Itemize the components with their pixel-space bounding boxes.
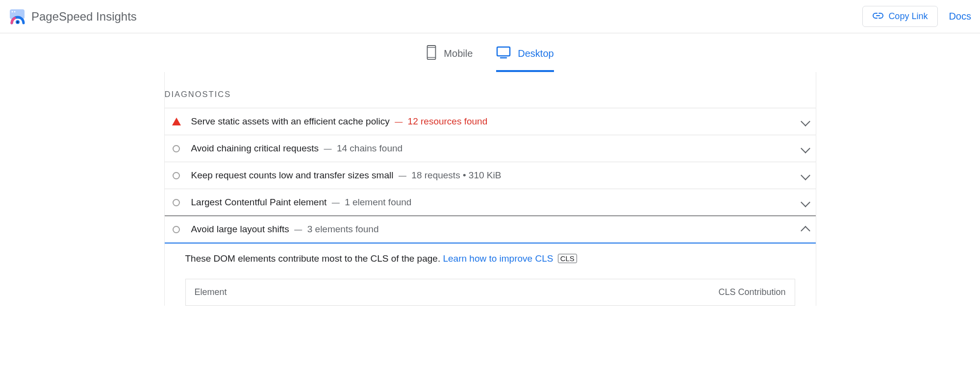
- info-circle-icon: [172, 171, 181, 180]
- desktop-icon: [496, 46, 511, 61]
- audit-title: Keep request counts low and transfer siz…: [191, 170, 394, 180]
- audit-text: Avoid large layout shifts — 3 elements f…: [191, 224, 379, 235]
- audit-expanded-body: These DOM elements contribute most to th…: [165, 244, 816, 306]
- tab-desktop[interactable]: Desktop: [496, 40, 553, 72]
- audit-item-cache-policy[interactable]: Serve static assets with an efficient ca…: [165, 108, 816, 135]
- app-header: PageSpeed Insights Copy Link Docs: [0, 0, 980, 33]
- svg-point-1: [12, 11, 13, 12]
- pagespeed-logo-icon: [9, 8, 25, 25]
- cls-elements-table: Element CLS Contribution: [185, 279, 795, 306]
- tab-mobile-label: Mobile: [444, 48, 473, 59]
- info-circle-icon: [172, 197, 181, 207]
- dash: —: [332, 198, 340, 207]
- audit-item-layout-shifts[interactable]: Avoid large layout shifts — 3 elements f…: [165, 216, 816, 244]
- col-element: Element: [195, 287, 227, 297]
- tab-desktop-label: Desktop: [518, 48, 553, 59]
- svg-rect-8: [497, 47, 510, 56]
- warning-triangle-icon: [172, 117, 181, 126]
- audit-item-lcp-element[interactable]: Largest Contentful Paint element — 1 ele…: [165, 189, 816, 216]
- copy-link-label: Copy Link: [888, 11, 928, 22]
- header-left: PageSpeed Insights: [9, 8, 137, 25]
- audit-title: Avoid large layout shifts: [191, 224, 289, 234]
- audit-title: Avoid chaining critical requests: [191, 143, 319, 153]
- audit-text: Largest Contentful Paint element — 1 ele…: [191, 197, 412, 208]
- audit-item-request-counts[interactable]: Keep request counts low and transfer siz…: [165, 162, 816, 189]
- copy-link-button[interactable]: Copy Link: [862, 6, 938, 27]
- chevron-down-icon: [801, 117, 810, 126]
- audit-detail: 18 requests • 310 KiB: [411, 170, 501, 180]
- info-circle-icon: [172, 224, 181, 234]
- chevron-down-icon: [801, 144, 810, 153]
- mobile-icon: [426, 45, 437, 62]
- dash: —: [399, 171, 406, 180]
- dash: —: [324, 145, 331, 153]
- info-circle-icon: [172, 144, 181, 153]
- tab-mobile[interactable]: Mobile: [426, 40, 473, 72]
- audit-description-text: These DOM elements contribute most to th…: [185, 253, 443, 264]
- diagnostics-label: DIAGNOSTICS: [165, 90, 816, 108]
- dash: —: [294, 225, 302, 234]
- audit-detail: 1 element found: [345, 197, 411, 207]
- chevron-up-icon: [801, 226, 810, 236]
- svg-point-2: [14, 11, 16, 12]
- audit-text: Avoid chaining critical requests — 14 ch…: [191, 143, 403, 154]
- svg-point-4: [17, 21, 18, 23]
- audit-title: Largest Contentful Paint element: [191, 197, 327, 207]
- cls-badge: CLS: [558, 254, 577, 263]
- chevron-down-icon: [801, 197, 810, 207]
- audit-detail: 14 chains found: [337, 143, 402, 153]
- diagnostics-panel: DIAGNOSTICS Serve static assets with an …: [164, 72, 816, 306]
- app-title: PageSpeed Insights: [31, 10, 137, 24]
- audit-item-chaining-requests[interactable]: Avoid chaining critical requests — 14 ch…: [165, 135, 816, 162]
- chevron-down-icon: [801, 171, 810, 180]
- dash: —: [395, 118, 402, 126]
- audit-detail: 3 elements found: [307, 224, 379, 234]
- col-cls-contribution: CLS Contribution: [718, 287, 785, 297]
- audit-text: Keep request counts low and transfer siz…: [191, 170, 502, 181]
- audit-text: Serve static assets with an efficient ca…: [191, 116, 488, 127]
- learn-cls-link[interactable]: Learn how to improve CLS: [443, 253, 553, 264]
- table-header-row: Element CLS Contribution: [186, 279, 795, 305]
- device-tabs: Mobile Desktop: [0, 33, 980, 72]
- audit-description: These DOM elements contribute most to th…: [185, 253, 795, 264]
- audit-title: Serve static assets with an efficient ca…: [191, 116, 390, 126]
- header-right: Copy Link Docs: [862, 6, 971, 27]
- audit-detail: 12 resources found: [408, 116, 488, 126]
- link-icon: [873, 11, 883, 22]
- docs-link[interactable]: Docs: [949, 11, 971, 22]
